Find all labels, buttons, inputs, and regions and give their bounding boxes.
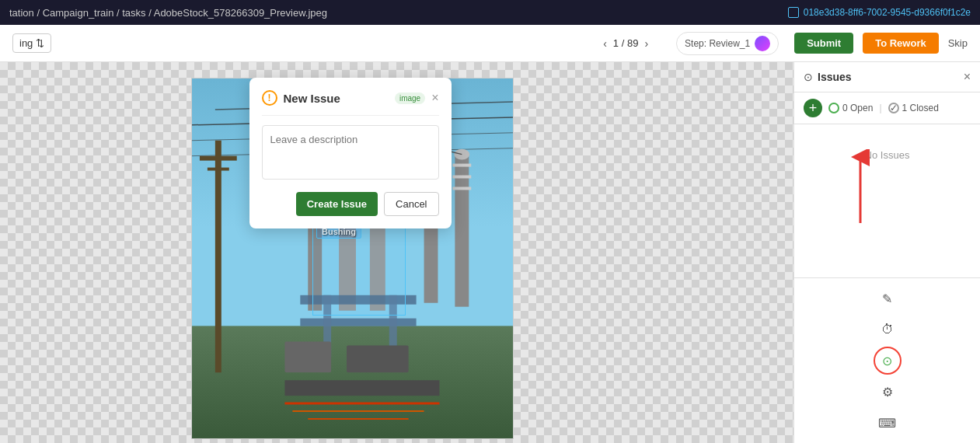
breadcrumb: tation / Campaign_train / tasks / AdobeS… [9, 7, 327, 19]
issues-panel-title: Issues [818, 71, 959, 83]
edit-icon: ✎ [882, 291, 892, 306]
issues-tool-icon: ⊙ [882, 354, 892, 368]
modal-divider [262, 115, 439, 116]
add-issue-button[interactable]: + [804, 99, 822, 117]
description-input[interactable] [262, 125, 439, 180]
svg-rect-8 [208, 168, 229, 171]
main-content: Bushing ! New Issue image × Create Issue… [0, 62, 980, 443]
task-id-text: 018e3d38-8ff6-7002-9545-d9366f0f1c2e [804, 7, 971, 18]
svg-rect-57 [284, 380, 439, 396]
modal-tag: image [395, 92, 425, 104]
issues-header: ⊙ Issues × [794, 62, 980, 92]
right-panel: ⊙ Issues × + 0 Open | ✓ 1 Closed No Issu… [793, 62, 980, 443]
svg-rect-55 [284, 341, 331, 372]
action-bar: ing ⇅ ‹ 1 / 89 › Step: Review_1 Submit T… [0, 25, 980, 62]
history-button[interactable]: ⏱ [874, 316, 902, 344]
canvas-area[interactable]: Bushing ! New Issue image × Create Issue… [0, 62, 793, 443]
edit-tool-button[interactable]: ✎ [874, 284, 902, 312]
create-issue-button[interactable]: Create Issue [296, 192, 378, 216]
divider: | [879, 103, 881, 113]
current-page: 1 [613, 37, 619, 49]
svg-rect-46 [452, 187, 471, 190]
modal-title: New Issue [284, 92, 389, 105]
task-id: 018e3d38-8ff6-7002-9545-d9366f0f1c2e [788, 7, 971, 18]
closed-icon: ✓ [888, 103, 899, 113]
page-info: 1 / 89 [613, 37, 639, 49]
cancel-button[interactable]: Cancel [384, 192, 438, 216]
issues-toolbar: + 0 Open | ✓ 1 Closed [794, 92, 980, 124]
issues-panel-icon: ⊙ [804, 71, 813, 83]
modal-close-button[interactable]: × [431, 91, 438, 105]
total-pages: 89 [627, 37, 638, 49]
nav-select-label: ing [19, 37, 33, 49]
closed-count: ✓ 1 Closed [888, 103, 939, 113]
skip-button[interactable]: Skip [948, 37, 968, 49]
svg-point-43 [454, 149, 469, 160]
selection-box [312, 222, 406, 316]
svg-rect-42 [455, 156, 469, 307]
new-issue-modal: ! New Issue image × Create Issue Cancel [249, 78, 452, 228]
prev-page-button[interactable]: ‹ [603, 37, 607, 50]
svg-rect-7 [200, 156, 237, 161]
svg-rect-44 [452, 164, 471, 167]
nav-arrows: ‹ 1 / 89 › [603, 37, 648, 50]
issues-tool-button[interactable]: ⊙ [874, 347, 902, 375]
svg-rect-56 [347, 345, 409, 372]
sidebar-icons: ✎ ⏱ ⊙ ⚙ ⌨ [794, 277, 980, 443]
task-id-icon [788, 7, 799, 18]
submit-button[interactable]: Submit [794, 33, 853, 54]
keyboard-button[interactable]: ⌨ [874, 409, 902, 437]
open-count: 0 Open [828, 103, 873, 113]
issues-content: No Issues [794, 124, 980, 186]
open-count-label: 0 Open [842, 103, 873, 113]
keyboard-icon: ⌨ [878, 416, 896, 431]
close-issues-button[interactable]: × [964, 70, 971, 84]
svg-rect-48 [300, 319, 416, 326]
settings-icon: ⚙ [882, 385, 893, 399]
open-icon [828, 103, 839, 113]
avatar [755, 36, 770, 51]
chevron-up-down-icon: ⇅ [36, 37, 44, 49]
step-badge: Step: Review_1 [676, 32, 779, 55]
nav-select[interactable]: ing ⇅ [12, 33, 51, 53]
history-icon: ⏱ [881, 323, 894, 337]
modal-header: ! New Issue image × [262, 90, 439, 106]
step-label: Step: Review_1 [685, 38, 750, 49]
no-issues-message: No Issues [804, 134, 971, 176]
rework-button[interactable]: To Rework [863, 33, 939, 54]
svg-rect-45 [452, 176, 471, 179]
next-page-button[interactable]: › [644, 37, 648, 50]
top-bar: tation / Campaign_train / tasks / AdobeS… [0, 0, 980, 25]
issue-icon: ! [262, 90, 277, 106]
closed-count-label: 1 Closed [902, 103, 939, 113]
svg-rect-6 [215, 141, 221, 373]
settings-button[interactable]: ⚙ [874, 378, 902, 406]
modal-actions: Create Issue Cancel [262, 192, 439, 216]
